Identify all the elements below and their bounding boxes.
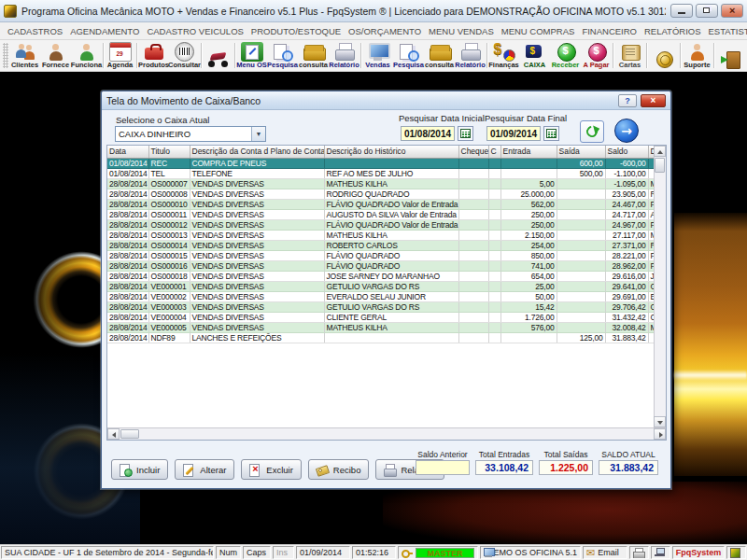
table-cell (488, 260, 500, 271)
table-row[interactable]: 28/08/2014OS000011VENDAS DIVERSASAUGUSTO… (107, 209, 655, 219)
menu-estatistica[interactable]: ESTATISTICA (705, 24, 747, 38)
table-row[interactable]: 28/08/2014OS000016VENDAS DIVERSASFLÁVIO … (107, 260, 655, 271)
table-row[interactable]: 28/08/2014OS000010VENDAS DIVERSASFLÁVIO … (107, 199, 655, 209)
recibo-button[interactable]: Recibo (308, 459, 370, 480)
menu-produto-estoque[interactable]: PRODUTO/ESTOQUE (247, 24, 345, 38)
column-header-cheque[interactable]: Cheque (458, 146, 488, 158)
toolbar-consultar-button[interactable]: Consultar (169, 41, 200, 70)
table-cell: 576,00 (500, 322, 557, 332)
help-button[interactable]: ? (618, 94, 637, 107)
column-header-saldo[interactable]: Saldo (605, 146, 648, 158)
refresh-button[interactable] (580, 120, 604, 143)
toolbar-button-label: consulta (299, 62, 328, 69)
menu-menu-vendas[interactable]: MENU VENDAS (425, 24, 498, 38)
date-start-input[interactable]: 01/08/2014 (401, 126, 455, 141)
scroll-down-button[interactable] (654, 416, 666, 427)
column-header-titulo[interactable]: Titulo (148, 146, 190, 158)
menu-os-or-amento[interactable]: OS/ORÇAMENTO (345, 24, 425, 38)
vertical-scroll-thumb[interactable] (655, 158, 665, 173)
table-row[interactable]: 28/08/2014OS000008VENDAS DIVERSASRODRIGO… (107, 189, 655, 199)
table-cell (488, 219, 500, 230)
horizontal-scrollbar[interactable] (107, 427, 666, 440)
toolbar-relat-rio-button[interactable]: Relatório (455, 41, 486, 70)
table-cell: 29.706,42 (605, 301, 648, 312)
toolbar-relat-rio-button[interactable]: Relatório (329, 41, 359, 70)
table-row[interactable]: 01/08/2014RECCOMPRA DE PNEUS600,00-600,0… (107, 158, 655, 168)
toolbar-a-pagar-button[interactable]: A Pagar (581, 41, 612, 70)
toolbar-receber-button[interactable]: Receber (550, 41, 581, 70)
table-row[interactable]: 28/08/2014VE000001VENDAS DIVERSASGETULIO… (107, 281, 655, 291)
horizontal-scroll-thumb[interactable] (120, 429, 139, 439)
table-row[interactable]: 28/08/2014VE000003VENDAS DIVERSASGETULIO… (107, 301, 655, 312)
employee-icon (76, 42, 98, 62)
table-cell: 741,00 (500, 260, 557, 271)
toolbar-suporte-button[interactable]: Suporte (682, 41, 712, 70)
toolbar-produtos-button[interactable]: Produtos (138, 41, 169, 70)
table-row[interactable]: 28/08/2014VE000004VENDAS DIVERSASCLIENTE… (107, 312, 655, 322)
menu-relat-rios[interactable]: RELATÓRIOS (641, 24, 705, 38)
button-label: Incluir (136, 465, 160, 475)
column-header-descri-o-do-hist-rico[interactable]: Descrição do Histórico (324, 146, 458, 158)
toolbar-consulta-button[interactable]: consulta (424, 41, 455, 70)
scroll-up-button[interactable] (654, 146, 666, 157)
menu-financeiro[interactable]: FINANCEIRO (578, 24, 641, 38)
scroll-right-button[interactable] (654, 428, 666, 440)
toolbar-finan-as-button[interactable]: Finanças (488, 41, 519, 70)
column-header-c[interactable]: C (488, 146, 500, 158)
toolbar-cartas-button[interactable]: Cartas (614, 41, 645, 70)
table-row[interactable]: 28/08/2014OS000012VENDAS DIVERSASFLÁVIO … (107, 219, 655, 230)
toolbar-caixa-button[interactable]: CAIXA (519, 41, 550, 70)
table-row[interactable]: 28/08/2014VE000002VENDAS DIVERSASEVERALD… (107, 291, 655, 301)
search-go-button[interactable]: → (614, 119, 639, 143)
toolbar-menu-os-button[interactable]: Menu OS (236, 41, 267, 70)
table-cell: VENDAS DIVERSAS (190, 219, 324, 230)
chevron-down-icon[interactable]: ▼ (251, 127, 265, 141)
menu-cadastro-veiculos[interactable]: CADASTRO VEICULOS (143, 24, 247, 38)
table-row[interactable]: 28/08/2014OS000013VENDAS DIVERSASMATHEUS… (107, 230, 655, 240)
table-row[interactable]: 28/08/2014OS000007VENDAS DIVERSASMATHEUS… (107, 178, 655, 189)
table-cell (458, 178, 488, 189)
date-end-calendar-button[interactable] (543, 126, 559, 141)
toolbar-exit-button[interactable] (715, 41, 746, 70)
scroll-left-button[interactable] (107, 428, 120, 440)
toolbar-funciona-button[interactable]: Funciona (71, 41, 102, 70)
toolbar-coin-button[interactable] (648, 41, 679, 70)
toolbar-agenda-button[interactable]: Agenda (105, 41, 135, 70)
table-cell: 28/08/2014 (107, 271, 148, 281)
restore-button[interactable] (696, 4, 718, 18)
minimize-button[interactable] (670, 4, 693, 18)
window-title: Tela do Movimento de Caixa/Banco (106, 95, 614, 106)
table-row[interactable]: 28/08/2014OS000018VENDAS DIVERSASJOSE SA… (107, 271, 655, 281)
column-header-entrada[interactable]: Entrada (500, 146, 557, 158)
close-button[interactable]: × (721, 4, 743, 18)
window-title-bar: Tela do Movimento de Caixa/Banco ? × (102, 91, 670, 110)
toolbar-fornece-button[interactable]: Fornece (40, 41, 71, 70)
menu-menu-compras[interactable]: MENU COMPRAS (498, 24, 579, 38)
toolbar-clientes-button[interactable]: Clientes (9, 41, 40, 70)
date-end-input[interactable]: 01/09/2014 (486, 126, 541, 141)
excluir-button[interactable]: Excluir (241, 459, 302, 480)
table-row[interactable]: 28/08/2014OS000015VENDAS DIVERSASFLÁVIO … (107, 250, 655, 260)
date-start-calendar-button[interactable] (458, 126, 473, 141)
table-row[interactable]: 28/08/2014NDF89LANCHES E REFEIÇÕES125,00… (107, 332, 655, 343)
toolbar-pesquisa-button[interactable]: Pesquisa (393, 41, 424, 70)
toolbar-consulta-button[interactable]: consulta (298, 41, 329, 70)
table-cell (458, 230, 488, 240)
incluir-button[interactable]: Incluir (111, 459, 168, 480)
toolbar-vendas-button[interactable]: Vendas (362, 41, 393, 70)
table-row[interactable]: 01/08/2014TELTELEFONEREF AO MES DE JULHO… (107, 168, 655, 178)
column-header-sa-da[interactable]: Saída (557, 146, 605, 158)
column-header-descri-o-da-conta-d-plano-de-contas[interactable]: Descrição da Conta d Plano de Contas (190, 146, 324, 158)
menu-cadastros[interactable]: CADASTROS (4, 24, 66, 38)
menu-agendamento[interactable]: AGENDAMENTO (66, 24, 143, 38)
caixa-select[interactable]: CAIXA DINHEIRO ▼ (115, 126, 266, 142)
toolbar-pesquisa-button[interactable]: Pesquisa (267, 41, 298, 70)
window-close-button[interactable]: × (641, 94, 666, 107)
table-row[interactable]: 28/08/2014VE000005VENDAS DIVERSASMATHEUS… (107, 322, 655, 332)
vertical-scrollbar[interactable] (654, 146, 666, 427)
table-row[interactable]: 28/08/2014OS000014VENDAS DIVERSASROBERTO… (107, 240, 655, 250)
toolbar-moto-button[interactable] (203, 41, 233, 70)
column-header-data[interactable]: Data (107, 146, 148, 158)
alterar-button[interactable]: Alterar (175, 459, 234, 480)
table-cell: 28/08/2014 (107, 240, 148, 250)
